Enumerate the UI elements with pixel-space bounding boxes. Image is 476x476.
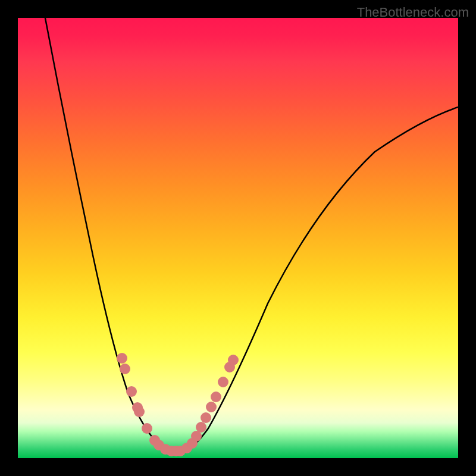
data-dot [218,377,228,387]
data-dot [142,423,152,434]
left-branch-dots [117,353,171,455]
watermark-text: TheBottleneck.com [357,5,469,20]
data-dot [120,364,130,374]
chart-svg [18,18,458,458]
data-dot [117,353,127,364]
chart-gradient-background [18,18,458,458]
data-dot [196,422,206,433]
bottleneck-curve [45,18,458,451]
right-branch-dots [181,355,239,453]
data-dot [228,355,239,365]
data-dot [201,412,211,423]
data-dot [134,406,145,417]
data-dot [211,392,221,402]
data-dot [206,402,217,412]
data-dot [126,386,137,397]
